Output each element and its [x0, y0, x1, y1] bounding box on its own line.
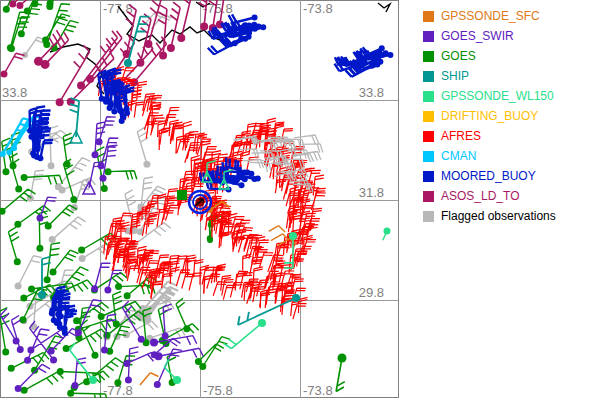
legend-color-swatch	[423, 11, 434, 22]
axis-label: 29.8	[359, 285, 384, 300]
legend-color-swatch	[423, 91, 434, 102]
legend-label: GPSSONDE_WL150	[441, 90, 554, 102]
legend-item-asos-ld-to: ASOS_LD_TO	[423, 190, 556, 202]
legend-label: ASOS_LD_TO	[441, 190, 519, 202]
legend-item-moored-buoy: MOORED_BUOY	[423, 170, 556, 182]
legend-item-goes-swir: GOES_SWIR	[423, 30, 556, 42]
legend-label: MOORED_BUOY	[441, 170, 536, 182]
axis-label: -77.8	[103, 1, 133, 16]
axis-label: -75.8	[203, 383, 233, 398]
legend-item-drifting-buoy: DRIFTING_BUOY	[423, 110, 556, 122]
map-area: -77.8-75.8-73.8-77.8-75.8-73.833.833.831…	[0, 0, 399, 400]
axis-label: -75.8	[203, 1, 233, 16]
legend-label: SHIP	[441, 70, 469, 82]
legend-item-flagged-observations: Flagged observations	[423, 210, 556, 222]
axis-label: 33.8	[359, 85, 384, 100]
legend-item-gpssonde-sfc: GPSSONDE_SFC	[423, 10, 556, 22]
legend-item-gpssonde-wl150: GPSSONDE_WL150	[423, 90, 556, 102]
axis-label: 31.8	[359, 185, 384, 200]
axis-label: 33.8	[2, 85, 27, 100]
legend-label: GOES	[441, 50, 476, 62]
legend-item-afres: AFRES	[423, 130, 556, 142]
legend-color-swatch	[423, 151, 434, 162]
legend-label: GPSSONDE_SFC	[441, 10, 540, 22]
legend-label: Flagged observations	[441, 210, 556, 222]
legend-label: GOES_SWIR	[441, 30, 514, 42]
legend-color-swatch	[423, 51, 434, 62]
legend-color-swatch	[423, 211, 434, 222]
observation-plot-app: -77.8-75.8-73.8-77.8-75.8-73.833.833.831…	[0, 0, 600, 400]
axis-label: -73.8	[303, 1, 333, 16]
legend-color-swatch	[423, 191, 434, 202]
legend-color-swatch	[423, 31, 434, 42]
legend-item-ship: SHIP	[423, 70, 556, 82]
legend-color-swatch	[423, 171, 434, 182]
legend-label: AFRES	[441, 130, 481, 142]
axis-label: -73.8	[303, 383, 333, 398]
legend-label: CMAN	[441, 150, 476, 162]
legend-item-cman: CMAN	[423, 150, 556, 162]
legend-label: DRIFTING_BUOY	[441, 110, 538, 122]
legend-color-swatch	[423, 111, 434, 122]
legend-color-swatch	[423, 71, 434, 82]
legend-color-swatch	[423, 131, 434, 142]
legend-item-goes: GOES	[423, 50, 556, 62]
legend: GPSSONDE_SFCGOES_SWIRGOESSHIPGPSSONDE_WL…	[423, 10, 556, 230]
